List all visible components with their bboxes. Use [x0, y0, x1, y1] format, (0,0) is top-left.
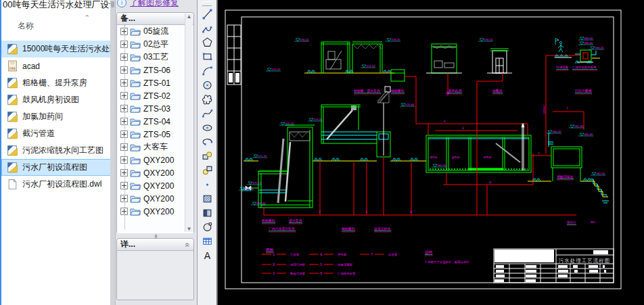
expand-plus-icon[interactable] — [120, 105, 128, 112]
tree-item[interactable]: 03工艺 — [117, 51, 193, 64]
expand-plus-icon[interactable] — [120, 195, 128, 202]
expand-plus-icon[interactable] — [120, 92, 128, 99]
tree-item[interactable]: ZTS-04 — [117, 115, 193, 128]
tree-item[interactable]: QXY200 — [117, 154, 193, 166]
tree-item[interactable]: ZTS-03 — [117, 102, 193, 115]
tree-item[interactable]: QXY200 — [117, 205, 193, 218]
svg-text:粗格栅间: 粗格栅间 — [262, 218, 275, 223]
backup-files-header[interactable]: 备... « — [117, 13, 193, 25]
tree-item-label: ZTS-06 — [143, 66, 170, 75]
revcloud-tool-button[interactable] — [198, 92, 216, 106]
tree-item[interactable]: QXY200 — [117, 166, 193, 179]
expand-plus-icon[interactable] — [120, 156, 128, 164]
tree-item-label: QXY200 — [143, 207, 174, 216]
tree-scrollbar[interactable]: ▲ ▼ — [185, 14, 193, 232]
scroll-up-icon[interactable]: ▲ — [187, 14, 192, 20]
expand-plus-icon[interactable] — [120, 143, 128, 151]
rectangle-icon — [202, 51, 213, 62]
mtext-tool-button[interactable]: A — [198, 248, 216, 262]
file-name: 污水厂初设流程图 — [22, 162, 87, 173]
expand-plus-icon[interactable] — [120, 131, 128, 138]
svg-text:5: 5 — [462, 126, 464, 130]
tree-item[interactable]: ZTS-05 — [117, 128, 193, 141]
region-tool-button[interactable] — [198, 220, 216, 234]
tree-item[interactable]: QXY200 — [117, 179, 193, 192]
expand-plus-icon[interactable] — [120, 118, 128, 125]
folder-icon — [130, 130, 141, 139]
expand-plus-icon[interactable] — [120, 169, 128, 177]
svg-text:371.20: 371.20 — [258, 154, 267, 158]
tree-item[interactable]: 05旋流 — [117, 25, 193, 38]
file-row[interactable]: 鼓风机房初设图 — [1, 91, 110, 108]
expand-plus-icon[interactable] — [120, 66, 128, 74]
file-row[interactable]: 截污管道 — [1, 125, 110, 142]
tree-item-label: ZTS-04 — [143, 117, 170, 126]
cad-drawing-area[interactable]: 378.10378.10373.10374.10378.10375.10374.… — [218, 0, 644, 305]
expand-plus-icon[interactable] — [120, 208, 128, 215]
folder-icon — [130, 168, 141, 177]
svg-text:361.50: 361.50 — [596, 172, 605, 175]
svg-text:368.20: 368.20 — [552, 130, 561, 133]
column-header-name[interactable]: 名称 — [18, 20, 34, 32]
svg-text:W.L: W.L — [591, 220, 596, 224]
expand-plus-icon[interactable] — [120, 28, 128, 35]
gradient-tool-button[interactable] — [198, 206, 216, 220]
folder-icon — [130, 27, 141, 36]
circle-tool-button[interactable] — [198, 78, 216, 92]
expand-plus-icon[interactable] — [120, 41, 128, 48]
polyline-tool-button[interactable] — [198, 21, 216, 35]
tree-item[interactable]: 02总平 — [117, 38, 193, 51]
svg-text:污水管: 污水管 — [290, 253, 300, 256]
file-row[interactable]: 粗格栅、提升泵房 — [1, 74, 110, 91]
cad-sheet: 378.10378.10373.10374.10378.10375.10374.… — [225, 10, 621, 289]
file-row[interactable]: 15000吨每天生活污水处理 — [1, 41, 110, 57]
svg-text:缺氧池: 缺氧池 — [452, 156, 460, 159]
backup-files-tree: 05旋流02总平03工艺ZTS-06ZTS-01ZTS-02ZTS-03ZTS-… — [117, 25, 193, 233]
point-tool-button[interactable] — [198, 177, 216, 191]
sort-ascending-icon[interactable]: ⌃ — [84, 14, 90, 22]
polygon-tool-button[interactable] — [198, 35, 216, 49]
tree-item[interactable]: ZTS-02 — [117, 89, 193, 102]
toolbar-grip[interactable] — [202, 1, 212, 6]
svg-text:378.10: 378.10 — [391, 38, 400, 41]
svg-text:365.80: 365.80 — [584, 133, 593, 136]
expand-plus-icon[interactable] — [120, 79, 128, 87]
ellipse-tool-button[interactable] — [198, 120, 216, 135]
folder-icon — [130, 78, 141, 87]
arc-tool-button[interactable] — [198, 64, 216, 78]
file-row[interactable]: 加氯加药间 — [1, 108, 110, 125]
ellipse-arc-tool-button[interactable] — [198, 135, 216, 149]
expand-plus-icon[interactable] — [120, 53, 128, 61]
hatch-tool-button[interactable] — [198, 191, 216, 206]
svg-text:污水处理工艺流程图: 污水处理工艺流程图 — [559, 258, 611, 264]
insert-block-tool-button[interactable] — [198, 149, 216, 163]
svg-text:鼓风机房: 鼓风机房 — [448, 89, 461, 93]
collapse-chevron-icon[interactable]: « — [183, 242, 193, 247]
tree-item[interactable]: QXY200 — [117, 192, 193, 205]
recovery-help-link[interactable]: 了解图形修复 — [130, 0, 179, 9]
svg-text:7: 7 — [371, 252, 373, 256]
arc-icon — [202, 65, 213, 76]
svg-text:剩余污泥管: 剩余污泥管 — [290, 272, 306, 275]
spline-tool-button[interactable] — [198, 106, 216, 120]
file-row[interactable]: 污水厂初设流程图.dwl — [1, 176, 110, 193]
svg-text:3: 3 — [365, 210, 367, 214]
file-row[interactable]: FASacad — [1, 57, 110, 74]
line-tool-button[interactable] — [198, 7, 216, 21]
palette-titlebar[interactable] — [110, 0, 116, 305]
tree-item[interactable]: ZTS-06 — [117, 64, 193, 76]
svg-text:加氯间: 加氯间 — [492, 89, 503, 93]
scroll-down-icon[interactable]: ▼ — [187, 226, 192, 232]
table-tool-button[interactable] — [198, 234, 216, 248]
folder-icon — [130, 104, 141, 113]
details-header[interactable]: 详... « — [117, 239, 193, 251]
tree-item[interactable]: 大客车 — [117, 141, 193, 154]
region-icon — [202, 221, 213, 233]
make-block-tool-button[interactable] — [198, 163, 216, 177]
expand-plus-icon[interactable] — [120, 182, 128, 189]
file-row[interactable]: 污泥浓缩脱水间工艺图 — [1, 142, 110, 159]
tree-item[interactable]: ZTS-01 — [117, 76, 193, 89]
rectangle-tool-button[interactable] — [198, 49, 216, 64]
file-row[interactable]: 污水厂初设流程图 — [1, 159, 110, 176]
cad-canvas[interactable]: 378.10378.10373.10374.10378.10375.10374.… — [218, 0, 644, 305]
